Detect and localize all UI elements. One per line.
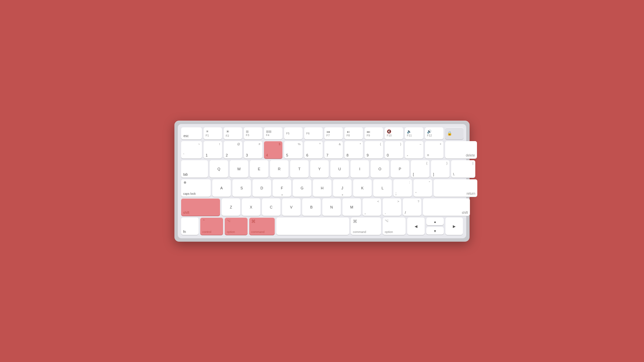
key-w[interactable]: W	[230, 160, 248, 178]
key-q[interactable]: Q	[210, 160, 228, 178]
key-e[interactable]: E	[250, 160, 268, 178]
key-command-right[interactable]: ⌘ command	[351, 218, 381, 235]
key-tilde[interactable]: ~ `	[181, 141, 202, 159]
key-k[interactable]: K	[353, 179, 372, 197]
key-i[interactable]: I	[351, 160, 369, 178]
key-f2[interactable]: ☀ F2	[224, 127, 242, 139]
key-o[interactable]: O	[371, 160, 389, 178]
key-t[interactable]: T	[290, 160, 309, 178]
key-arrow-left[interactable]: ◀	[407, 218, 425, 235]
key-a[interactable]: A	[212, 179, 231, 197]
key-f6[interactable]: F6	[304, 127, 323, 139]
key-f1[interactable]: ☀ F1	[204, 127, 222, 139]
number-row: ~ ` ! 1 @ 2 # 3 $ 4 % 5	[181, 141, 463, 159]
key-h[interactable]: H	[313, 179, 331, 197]
key-9[interactable]: ( 9	[365, 141, 383, 159]
key-g[interactable]: G	[293, 179, 311, 197]
key-f7[interactable]: ⏮ F7	[324, 127, 343, 139]
key-tab[interactable]: tab	[181, 160, 208, 178]
key-esc[interactable]: esc	[181, 127, 202, 139]
bottom-row: fn ⌃ control ⌥ option ⌘ command ⌘ comman…	[181, 218, 463, 235]
key-u[interactable]: U	[330, 160, 349, 178]
key-space[interactable]	[276, 218, 349, 235]
arrow-keys: ◀ ▲ ▼ ▶	[407, 218, 463, 235]
key-period[interactable]: > .	[383, 198, 401, 216]
key-f10[interactable]: 🔇 F10	[385, 127, 403, 139]
key-f9[interactable]: ⏭ F9	[365, 127, 383, 139]
key-minus[interactable]: – -	[405, 141, 423, 159]
key-1[interactable]: ! 1	[204, 141, 222, 159]
key-arrow-right[interactable]: ▶	[445, 218, 463, 235]
key-f8[interactable]: ⏯ F8	[344, 127, 363, 139]
home-row: caps lock A S D F G H J K L : ; " '	[181, 179, 463, 197]
key-shift-left[interactable]: shift	[181, 198, 220, 216]
key-arrow-up[interactable]: ▲	[426, 218, 444, 225]
key-4[interactable]: $ 4	[264, 141, 282, 159]
key-backslash[interactable]: | \	[451, 160, 475, 178]
key-x[interactable]: X	[242, 198, 260, 216]
key-j[interactable]: J	[333, 179, 352, 197]
key-0[interactable]: ) 0	[385, 141, 403, 159]
key-arrow-down[interactable]: ▼	[426, 227, 444, 235]
keyboard-wrapper: esc ☀ F1 ☀ F2 ⊞ F3 ⊞⊞ F4 F5 F6	[174, 121, 470, 242]
key-shift-right[interactable]: shift	[423, 198, 470, 216]
arrow-up-down: ▲ ▼	[426, 218, 444, 235]
key-f11[interactable]: 🔉 F11	[405, 127, 423, 139]
key-lock[interactable]: 🔒	[445, 127, 464, 139]
key-semicolon[interactable]: : ;	[393, 179, 412, 197]
key-slash[interactable]: ? /	[403, 198, 421, 216]
key-2[interactable]: @ 2	[224, 141, 242, 159]
key-m[interactable]: M	[342, 198, 361, 216]
key-f3[interactable]: ⊞ F3	[244, 127, 262, 139]
fn-row: esc ☀ F1 ☀ F2 ⊞ F3 ⊞⊞ F4 F5 F6	[181, 127, 463, 139]
key-f12[interactable]: 🔊 F12	[425, 127, 443, 139]
key-6[interactable]: ^ 6	[304, 141, 323, 159]
key-fn[interactable]: fn	[181, 218, 199, 235]
key-option-left[interactable]: ⌥ option	[225, 218, 248, 235]
key-f[interactable]: F	[273, 179, 291, 197]
key-p[interactable]: P	[391, 160, 409, 178]
key-f4[interactable]: ⊞⊞ F4	[264, 127, 282, 139]
qwerty-row: tab Q W E R T Y U I O P { [ } ] | \	[181, 160, 463, 178]
key-r[interactable]: R	[270, 160, 288, 178]
key-n[interactable]: N	[322, 198, 341, 216]
key-7[interactable]: & 7	[324, 141, 343, 159]
key-5[interactable]: % 5	[284, 141, 303, 159]
key-option-right[interactable]: ⌥ option	[383, 218, 406, 235]
shift-row: shift Z X C V B N M < , > . ? / shift	[181, 198, 463, 216]
key-3[interactable]: # 3	[244, 141, 262, 159]
key-v[interactable]: V	[282, 198, 301, 216]
key-control[interactable]: ⌃ control	[200, 218, 223, 235]
key-8[interactable]: * 8	[344, 141, 363, 159]
key-comma[interactable]: < ,	[363, 198, 381, 216]
key-quote[interactable]: " '	[414, 179, 432, 197]
key-y[interactable]: Y	[310, 160, 329, 178]
key-equals[interactable]: + =	[425, 141, 443, 159]
key-d[interactable]: D	[253, 179, 271, 197]
key-c[interactable]: C	[262, 198, 280, 216]
key-return[interactable]: return	[434, 179, 477, 197]
key-delete[interactable]: delete	[445, 141, 477, 159]
key-capslock[interactable]: caps lock	[181, 179, 211, 197]
key-command-left[interactable]: ⌘ command	[249, 218, 275, 235]
key-b[interactable]: B	[302, 198, 321, 216]
key-bracket-left[interactable]: { [	[411, 160, 429, 178]
key-s[interactable]: S	[232, 179, 251, 197]
key-bracket-right[interactable]: } ]	[431, 160, 449, 178]
keyboard: esc ☀ F1 ☀ F2 ⊞ F3 ⊞⊞ F4 F5 F6	[178, 124, 466, 238]
key-l[interactable]: L	[373, 179, 392, 197]
key-z[interactable]: Z	[222, 198, 240, 216]
key-f5[interactable]: F5	[284, 127, 303, 139]
